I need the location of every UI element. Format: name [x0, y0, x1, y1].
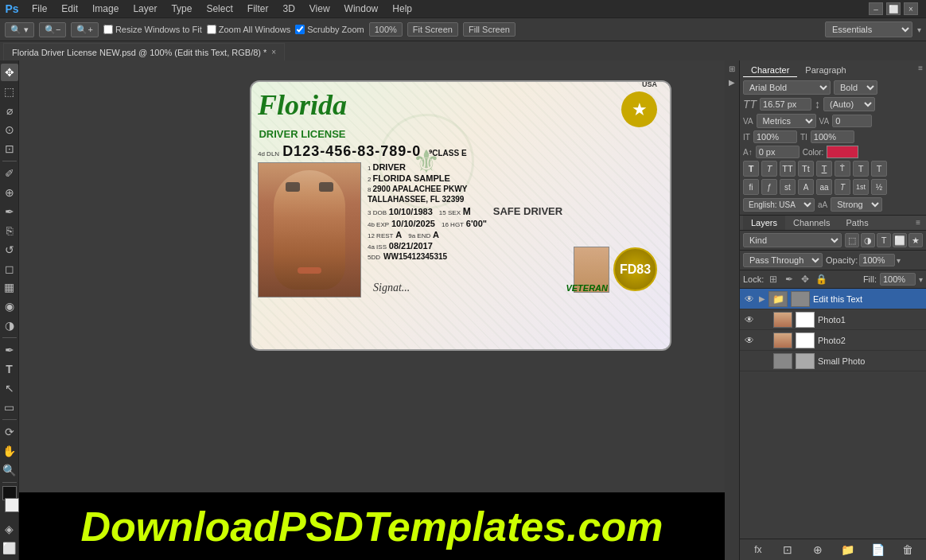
- lock-all-icon[interactable]: 🔒: [815, 273, 827, 286]
- zoom-all-check[interactable]: [207, 25, 216, 34]
- menu-window[interactable]: Window: [338, 2, 385, 16]
- format-st-btn[interactable]: st: [780, 179, 796, 195]
- character-tab[interactable]: Character: [743, 64, 797, 77]
- character-panel-collapse[interactable]: ≡: [918, 64, 923, 77]
- eyedropper-tool[interactable]: ✐: [1, 165, 18, 182]
- layer-expand-edit[interactable]: ▶: [759, 294, 765, 303]
- format-f-btn[interactable]: ƒ: [761, 179, 777, 195]
- path-select-tool[interactable]: ↖: [1, 379, 18, 397]
- menu-help[interactable]: Help: [386, 2, 418, 16]
- color-swatch[interactable]: [827, 146, 858, 158]
- font-family-select[interactable]: Arial Bold: [743, 80, 831, 95]
- menu-edit[interactable]: Edit: [55, 2, 84, 16]
- tracking-input[interactable]: [832, 115, 872, 127]
- canvas-area[interactable]: ⚜ Florida DRIVER LICENSE USA ★: [19, 60, 725, 560]
- layer-eye-small[interactable]: 👁: [743, 355, 756, 368]
- delete-layer-btn[interactable]: 🗑: [900, 542, 916, 558]
- minimize-btn[interactable]: –: [869, 2, 883, 15]
- format-underline-btn[interactable]: T: [816, 161, 832, 177]
- layers-panel-collapse[interactable]: ≡: [913, 216, 923, 230]
- add-mask-btn[interactable]: ⊡: [780, 542, 796, 558]
- paths-tab[interactable]: Paths: [838, 216, 877, 230]
- move-tool[interactable]: ✥: [1, 64, 18, 81]
- zoom-tool-options[interactable]: 🔍 ▾: [5, 22, 34, 37]
- crop-tool[interactable]: ⊡: [1, 140, 18, 158]
- workspace-select[interactable]: Essentials: [825, 21, 912, 37]
- pen-tool[interactable]: ✒: [1, 341, 18, 359]
- kerning-select[interactable]: Metrics: [757, 114, 816, 128]
- zoom-level-btn[interactable]: 100%: [369, 22, 403, 37]
- lock-move-icon[interactable]: ✥: [799, 273, 811, 286]
- format-sub-btn[interactable]: T: [871, 161, 887, 177]
- blend-mode-select[interactable]: Pass Through: [743, 253, 823, 267]
- background-color[interactable]: [5, 498, 19, 512]
- dodge-tool[interactable]: ◑: [1, 317, 18, 334]
- paragraph-tab[interactable]: Paragraph: [797, 64, 854, 77]
- lock-brush-icon[interactable]: ✒: [783, 273, 796, 286]
- new-layer-btn[interactable]: 📄: [870, 542, 885, 558]
- format-caps-btn[interactable]: T̂: [835, 161, 850, 177]
- channels-tab[interactable]: Channels: [785, 216, 838, 230]
- menu-view[interactable]: View: [303, 2, 337, 16]
- leading-select[interactable]: (Auto): [823, 97, 875, 111]
- format-italic-btn[interactable]: T: [761, 161, 777, 177]
- opacity-arrow[interactable]: ▾: [897, 256, 901, 265]
- filter-type-icon[interactable]: T: [877, 233, 891, 247]
- format-italic2-btn[interactable]: T: [835, 179, 850, 195]
- fit-screen-btn[interactable]: Fit Screen: [407, 22, 458, 37]
- vert-scale-input[interactable]: [753, 130, 797, 143]
- gradient-tool[interactable]: ▦: [1, 278, 18, 296]
- brush-tool[interactable]: ✒: [1, 203, 18, 220]
- 3d-tool[interactable]: ⟳: [1, 423, 18, 441]
- menu-filter[interactable]: Filter: [241, 2, 275, 16]
- menu-3d[interactable]: 3D: [276, 2, 301, 16]
- zoom-all-checkbox[interactable]: Zoom All Windows: [207, 25, 290, 34]
- quick-select-tool[interactable]: ⊙: [1, 121, 18, 138]
- menu-image[interactable]: Image: [86, 2, 125, 16]
- menu-layer[interactable]: Layer: [126, 2, 163, 16]
- hand-tool[interactable]: ✋: [1, 442, 18, 460]
- layer-eye-photo1[interactable]: 👁: [743, 313, 756, 326]
- font-style-select[interactable]: Bold: [834, 80, 877, 95]
- healing-tool[interactable]: ⊕: [1, 184, 18, 201]
- blur-tool[interactable]: ◉: [1, 298, 18, 315]
- filter-pixel-icon[interactable]: ⬚: [845, 233, 859, 247]
- resize-windows-checkbox[interactable]: Resize Windows to Fit: [103, 25, 202, 34]
- tab-close-btn[interactable]: ×: [271, 49, 276, 56]
- layer-eye-edit[interactable]: 👁: [743, 293, 756, 305]
- layers-tab[interactable]: Layers: [743, 216, 785, 230]
- screen-mode-btn[interactable]: ⬜: [1, 539, 18, 557]
- quick-mask-btn[interactable]: ◈: [1, 520, 18, 538]
- close-btn[interactable]: ×: [904, 2, 918, 15]
- layer-small-photo[interactable]: 👁 Small Photo: [740, 351, 926, 371]
- lock-checkerboard-icon[interactable]: ⊞: [767, 273, 780, 286]
- baseline-input[interactable]: [756, 146, 800, 158]
- format-1st-btn[interactable]: 1st: [853, 179, 869, 195]
- language-select[interactable]: English: USA: [743, 198, 815, 212]
- layers-kind-select[interactable]: Kind: [743, 233, 842, 247]
- lasso-tool[interactable]: ⌀: [1, 102, 18, 119]
- layer-photo1[interactable]: 👁 Photo1: [740, 309, 926, 330]
- opacity-input[interactable]: [859, 254, 895, 266]
- menu-type[interactable]: Type: [165, 2, 198, 16]
- format-fi-btn[interactable]: fi: [743, 179, 759, 195]
- resize-windows-check[interactable]: [103, 25, 113, 34]
- history-brush-tool[interactable]: ↺: [1, 241, 18, 259]
- zoom-tool[interactable]: 🔍: [1, 461, 18, 479]
- new-fill-btn[interactable]: ⊕: [810, 542, 826, 558]
- format-Tt-btn[interactable]: Tt: [798, 161, 814, 177]
- filter-adjust-icon[interactable]: ◑: [861, 233, 875, 247]
- clone-tool[interactable]: ⎘: [1, 222, 18, 239]
- rectangle-tool[interactable]: ▭: [1, 399, 18, 416]
- font-size-input[interactable]: [760, 98, 811, 111]
- text-tool[interactable]: T: [1, 360, 18, 378]
- workspace-expand-icon[interactable]: ▾: [917, 25, 921, 34]
- format-aa-btn[interactable]: aa: [816, 179, 832, 195]
- format-a-btn[interactable]: A: [798, 179, 814, 195]
- marquee-tool[interactable]: ⬚: [1, 83, 18, 100]
- layer-photo2[interactable]: 👁 Photo2: [740, 330, 926, 351]
- format-frac-btn[interactable]: ½: [871, 179, 887, 195]
- menu-file[interactable]: File: [25, 2, 53, 16]
- format-TT-btn[interactable]: TT: [780, 161, 796, 177]
- scrubby-zoom-checkbox[interactable]: Scrubby Zoom: [295, 25, 364, 34]
